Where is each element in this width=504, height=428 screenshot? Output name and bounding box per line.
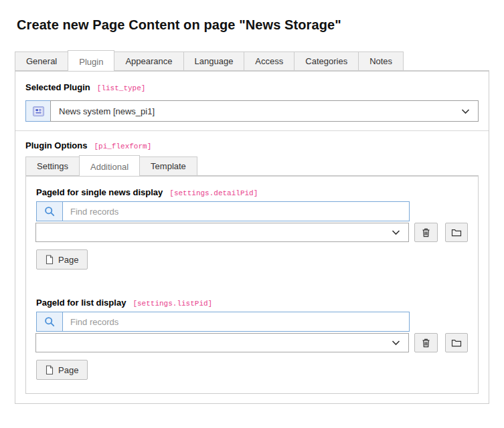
page-button-label: Page bbox=[58, 365, 78, 375]
additional-tab-panel: PageId for single news display [settings… bbox=[25, 176, 479, 394]
chevron-down-icon bbox=[392, 227, 400, 237]
tab-template[interactable]: Template bbox=[139, 156, 197, 175]
tab-general[interactable]: General bbox=[15, 51, 68, 70]
record-search-group bbox=[36, 201, 410, 221]
trash-icon bbox=[421, 338, 431, 348]
field-label: Selected Plugin bbox=[25, 82, 90, 92]
plugin-select-value: News system [news_pi1] bbox=[59, 106, 461, 116]
plugin-tab-panel: Selected Plugin [list_type] News system … bbox=[15, 71, 489, 404]
page-browse-button[interactable]: Page bbox=[36, 360, 88, 380]
selected-records-row bbox=[36, 223, 468, 242]
main-tabbar: General Plugin Appearance Language Acces… bbox=[15, 50, 489, 71]
field-key-code: [list_type] bbox=[97, 84, 146, 92]
search-addon bbox=[36, 201, 63, 221]
trash-icon bbox=[421, 227, 431, 238]
find-records-input[interactable] bbox=[62, 312, 410, 332]
detail-pid-section: PageId for single news display [settings… bbox=[36, 187, 468, 270]
tab-settings[interactable]: Settings bbox=[25, 156, 80, 175]
folder-icon bbox=[451, 338, 462, 348]
page-browse-button[interactable]: Page bbox=[36, 249, 88, 270]
tab-notes[interactable]: Notes bbox=[358, 51, 404, 70]
plugin-select[interactable]: News system [news_pi1] bbox=[50, 100, 479, 122]
page-button-label: Page bbox=[58, 255, 78, 265]
page-icon bbox=[46, 365, 54, 375]
search-icon bbox=[44, 206, 55, 217]
flexform-tabbar: Settings Additional Template bbox=[25, 155, 479, 176]
field-key-code: [settings.detailPid] bbox=[169, 189, 258, 197]
search-icon bbox=[44, 316, 55, 327]
field-key-code: [settings.listPid] bbox=[133, 300, 212, 308]
selected-plugin-label-row: Selected Plugin [list_type] bbox=[25, 82, 479, 92]
plugin-options-label-row: Plugin Options [pi_flexform] bbox=[25, 140, 479, 150]
folder-icon bbox=[451, 227, 462, 237]
form-container: General Plugin Appearance Language Acces… bbox=[15, 50, 489, 404]
tab-additional[interactable]: Additional bbox=[79, 155, 140, 176]
browse-records-button[interactable] bbox=[445, 333, 469, 352]
list-pid-section: PageId for list display [settings.listPi… bbox=[36, 298, 468, 380]
field-label: PageId for single news display bbox=[36, 187, 163, 197]
find-records-input[interactable] bbox=[62, 201, 410, 221]
record-search-group bbox=[36, 312, 410, 332]
tab-plugin[interactable]: Plugin bbox=[68, 50, 114, 71]
field-label: PageId for list display bbox=[36, 298, 126, 308]
browse-records-button[interactable] bbox=[445, 223, 469, 242]
page-icon bbox=[46, 255, 54, 265]
field-label: Plugin Options bbox=[25, 140, 87, 150]
list-pid-label-row: PageId for list display [settings.listPi… bbox=[36, 298, 468, 308]
remove-record-button[interactable] bbox=[414, 333, 438, 352]
search-addon bbox=[36, 312, 63, 332]
tab-language[interactable]: Language bbox=[183, 51, 245, 70]
selected-records-select[interactable] bbox=[35, 223, 409, 242]
chevron-down-icon bbox=[461, 106, 470, 116]
tab-access[interactable]: Access bbox=[244, 51, 295, 70]
tab-categories[interactable]: Categories bbox=[294, 51, 359, 70]
selected-records-row bbox=[36, 333, 468, 352]
section-divider bbox=[15, 130, 489, 131]
plugin-select-group: News system [news_pi1] bbox=[25, 100, 479, 122]
tab-appearance[interactable]: Appearance bbox=[114, 51, 183, 70]
chevron-down-icon bbox=[392, 338, 400, 348]
newspaper-plugin-icon bbox=[25, 100, 51, 122]
field-key-code: [pi_flexform] bbox=[94, 142, 151, 150]
remove-record-button[interactable] bbox=[414, 223, 438, 242]
detail-pid-label-row: PageId for single news display [settings… bbox=[36, 187, 468, 197]
page-title: Create new Page Content on page "News St… bbox=[17, 17, 487, 33]
selected-records-select[interactable] bbox=[35, 333, 409, 352]
